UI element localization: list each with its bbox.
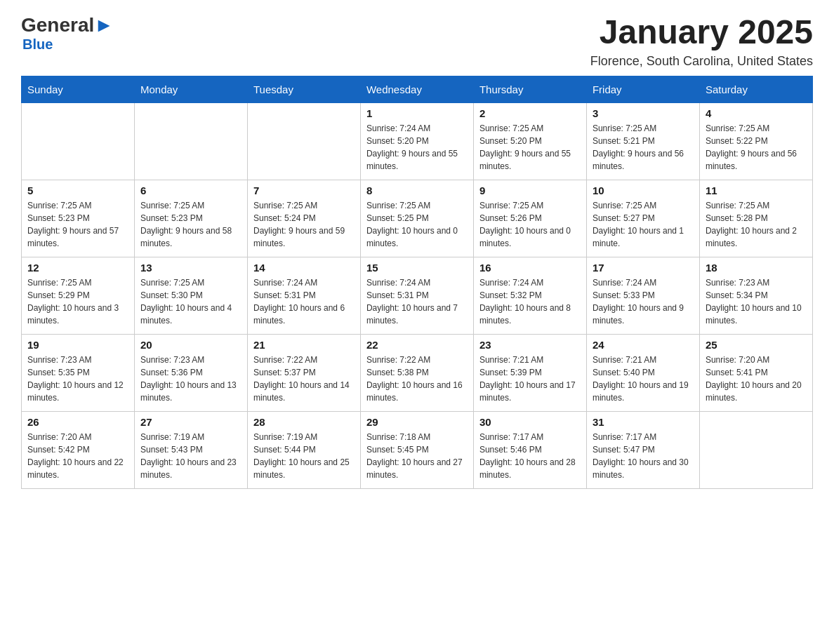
calendar-cell: 20Sunrise: 7:23 AMSunset: 5:36 PMDayligh… xyxy=(134,334,247,411)
day-info: Sunrise: 7:20 AMSunset: 5:42 PMDaylight:… xyxy=(27,431,128,481)
calendar-cell: 30Sunrise: 7:17 AMSunset: 5:46 PMDayligh… xyxy=(473,411,586,488)
day-number: 2 xyxy=(479,107,581,119)
day-info: Sunrise: 7:25 AMSunset: 5:26 PMDaylight:… xyxy=(479,199,581,250)
day-number: 19 xyxy=(27,339,128,351)
day-info: Sunrise: 7:25 AMSunset: 5:28 PMDaylight:… xyxy=(706,199,807,250)
calendar-week-row: 12Sunrise: 7:25 AMSunset: 5:29 PMDayligh… xyxy=(22,257,813,334)
day-number: 26 xyxy=(27,416,128,428)
day-info: Sunrise: 7:25 AMSunset: 5:20 PMDaylight:… xyxy=(479,122,581,173)
logo-blue-text: ► xyxy=(94,14,114,36)
calendar-cell: 21Sunrise: 7:22 AMSunset: 5:37 PMDayligh… xyxy=(247,334,360,411)
day-number: 22 xyxy=(366,339,468,351)
calendar-cell: 8Sunrise: 7:25 AMSunset: 5:25 PMDaylight… xyxy=(360,180,473,257)
calendar-week-row: 26Sunrise: 7:20 AMSunset: 5:42 PMDayligh… xyxy=(22,411,813,488)
day-number: 14 xyxy=(253,262,355,274)
day-info: Sunrise: 7:25 AMSunset: 5:21 PMDaylight:… xyxy=(593,122,694,173)
day-info: Sunrise: 7:20 AMSunset: 5:41 PMDaylight:… xyxy=(706,354,807,404)
logo-general-text: General xyxy=(21,14,94,36)
day-number: 28 xyxy=(253,416,355,428)
calendar-cell: 24Sunrise: 7:21 AMSunset: 5:40 PMDayligh… xyxy=(586,334,699,411)
day-info: Sunrise: 7:22 AMSunset: 5:38 PMDaylight:… xyxy=(366,354,468,404)
day-info: Sunrise: 7:25 AMSunset: 5:27 PMDaylight:… xyxy=(593,199,694,250)
calendar-cell: 17Sunrise: 7:24 AMSunset: 5:33 PMDayligh… xyxy=(586,257,699,334)
calendar-cell: 19Sunrise: 7:23 AMSunset: 5:35 PMDayligh… xyxy=(22,334,135,411)
calendar-week-row: 1Sunrise: 7:24 AMSunset: 5:20 PMDaylight… xyxy=(22,102,813,180)
column-header-tuesday: Tuesday xyxy=(247,76,360,102)
calendar-table: SundayMondayTuesdayWednesdayThursdayFrid… xyxy=(21,76,813,489)
column-header-monday: Monday xyxy=(134,76,247,102)
calendar-cell: 22Sunrise: 7:22 AMSunset: 5:38 PMDayligh… xyxy=(360,334,473,411)
calendar-cell: 1Sunrise: 7:24 AMSunset: 5:20 PMDaylight… xyxy=(360,102,473,180)
calendar-cell: 18Sunrise: 7:23 AMSunset: 5:34 PMDayligh… xyxy=(699,257,812,334)
day-number: 27 xyxy=(140,416,241,428)
calendar-week-row: 5Sunrise: 7:25 AMSunset: 5:23 PMDaylight… xyxy=(22,180,813,257)
day-number: 12 xyxy=(27,262,128,274)
column-header-wednesday: Wednesday xyxy=(360,76,473,102)
day-number: 29 xyxy=(366,416,468,428)
page-header: General ► Blue January 2025 Florence, So… xyxy=(21,14,813,69)
calendar-cell: 2Sunrise: 7:25 AMSunset: 5:20 PMDaylight… xyxy=(473,102,586,180)
calendar-cell: 31Sunrise: 7:17 AMSunset: 5:47 PMDayligh… xyxy=(586,411,699,488)
day-number: 18 xyxy=(706,262,807,274)
day-number: 31 xyxy=(593,416,694,428)
day-info: Sunrise: 7:24 AMSunset: 5:31 PMDaylight:… xyxy=(253,276,355,327)
day-info: Sunrise: 7:25 AMSunset: 5:23 PMDaylight:… xyxy=(140,199,241,250)
day-info: Sunrise: 7:21 AMSunset: 5:39 PMDaylight:… xyxy=(479,354,581,404)
calendar-cell: 7Sunrise: 7:25 AMSunset: 5:24 PMDaylight… xyxy=(247,180,360,257)
day-number: 5 xyxy=(27,185,128,196)
calendar-cell: 23Sunrise: 7:21 AMSunset: 5:39 PMDayligh… xyxy=(473,334,586,411)
day-number: 25 xyxy=(706,339,807,351)
day-info: Sunrise: 7:19 AMSunset: 5:44 PMDaylight:… xyxy=(253,431,355,481)
day-info: Sunrise: 7:25 AMSunset: 5:23 PMDaylight:… xyxy=(27,199,128,250)
calendar-cell: 13Sunrise: 7:25 AMSunset: 5:30 PMDayligh… xyxy=(134,257,247,334)
day-number: 4 xyxy=(706,107,807,119)
day-number: 15 xyxy=(366,262,468,274)
day-info: Sunrise: 7:25 AMSunset: 5:22 PMDaylight:… xyxy=(706,122,807,173)
day-number: 10 xyxy=(593,185,694,196)
day-number: 24 xyxy=(593,339,694,351)
day-number: 21 xyxy=(253,339,355,351)
calendar-cell: 11Sunrise: 7:25 AMSunset: 5:28 PMDayligh… xyxy=(699,180,812,257)
day-number: 16 xyxy=(479,262,581,274)
day-info: Sunrise: 7:25 AMSunset: 5:24 PMDaylight:… xyxy=(253,199,355,250)
day-info: Sunrise: 7:24 AMSunset: 5:32 PMDaylight:… xyxy=(479,276,581,327)
calendar-cell: 12Sunrise: 7:25 AMSunset: 5:29 PMDayligh… xyxy=(22,257,135,334)
day-number: 23 xyxy=(479,339,581,351)
calendar-cell: 16Sunrise: 7:24 AMSunset: 5:32 PMDayligh… xyxy=(473,257,586,334)
calendar-cell: 27Sunrise: 7:19 AMSunset: 5:43 PMDayligh… xyxy=(134,411,247,488)
calendar-cell: 28Sunrise: 7:19 AMSunset: 5:44 PMDayligh… xyxy=(247,411,360,488)
calendar-cell: 6Sunrise: 7:25 AMSunset: 5:23 PMDaylight… xyxy=(134,180,247,257)
calendar-cell: 5Sunrise: 7:25 AMSunset: 5:23 PMDaylight… xyxy=(22,180,135,257)
day-info: Sunrise: 7:21 AMSunset: 5:40 PMDaylight:… xyxy=(593,354,694,404)
calendar-week-row: 19Sunrise: 7:23 AMSunset: 5:35 PMDayligh… xyxy=(22,334,813,411)
month-title: January 2025 xyxy=(590,14,813,51)
day-info: Sunrise: 7:23 AMSunset: 5:34 PMDaylight:… xyxy=(706,276,807,327)
location-label: Florence, South Carolina, United States xyxy=(590,54,813,69)
day-info: Sunrise: 7:23 AMSunset: 5:35 PMDaylight:… xyxy=(27,354,128,404)
title-section: January 2025 Florence, South Carolina, U… xyxy=(590,14,813,69)
calendar-cell: 10Sunrise: 7:25 AMSunset: 5:27 PMDayligh… xyxy=(586,180,699,257)
day-info: Sunrise: 7:19 AMSunset: 5:43 PMDaylight:… xyxy=(140,431,241,481)
day-number: 7 xyxy=(253,185,355,196)
calendar-cell: 25Sunrise: 7:20 AMSunset: 5:41 PMDayligh… xyxy=(699,334,812,411)
day-number: 13 xyxy=(140,262,241,274)
day-info: Sunrise: 7:24 AMSunset: 5:31 PMDaylight:… xyxy=(366,276,468,327)
calendar-cell xyxy=(247,102,360,180)
day-number: 30 xyxy=(479,416,581,428)
day-info: Sunrise: 7:25 AMSunset: 5:30 PMDaylight:… xyxy=(140,276,241,327)
day-info: Sunrise: 7:17 AMSunset: 5:47 PMDaylight:… xyxy=(593,431,694,481)
day-number: 9 xyxy=(479,185,581,196)
column-header-saturday: Saturday xyxy=(699,76,812,102)
day-info: Sunrise: 7:24 AMSunset: 5:33 PMDaylight:… xyxy=(593,276,694,327)
day-info: Sunrise: 7:24 AMSunset: 5:20 PMDaylight:… xyxy=(366,122,468,173)
column-header-thursday: Thursday xyxy=(473,76,586,102)
calendar-cell xyxy=(22,102,135,180)
calendar-cell: 29Sunrise: 7:18 AMSunset: 5:45 PMDayligh… xyxy=(360,411,473,488)
day-number: 3 xyxy=(593,107,694,119)
day-info: Sunrise: 7:25 AMSunset: 5:25 PMDaylight:… xyxy=(366,199,468,250)
calendar-cell: 14Sunrise: 7:24 AMSunset: 5:31 PMDayligh… xyxy=(247,257,360,334)
calendar-cell: 9Sunrise: 7:25 AMSunset: 5:26 PMDaylight… xyxy=(473,180,586,257)
column-header-friday: Friday xyxy=(586,76,699,102)
calendar-cell xyxy=(699,411,812,488)
calendar-cell: 15Sunrise: 7:24 AMSunset: 5:31 PMDayligh… xyxy=(360,257,473,334)
